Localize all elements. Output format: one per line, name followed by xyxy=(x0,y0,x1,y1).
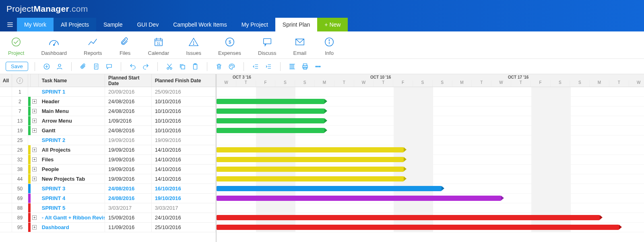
save-button[interactable]: Save xyxy=(6,62,28,71)
row-start[interactable]: 11/09/2016 xyxy=(105,223,152,232)
gantt-bar[interactable] xyxy=(217,225,619,230)
row-start[interactable]: 24/08/2016 xyxy=(105,126,152,135)
gantt-row[interactable] xyxy=(217,106,644,116)
row-finish[interactable]: 25/10/2016 xyxy=(152,223,216,232)
gantt-bar[interactable] xyxy=(217,147,404,152)
gantt-bar[interactable] xyxy=(217,128,324,133)
row-select[interactable] xyxy=(0,174,12,184)
row-start[interactable]: 19/09/2016 xyxy=(105,145,152,154)
task-row[interactable]: 19+Gantt24/08/201610/10/2016 xyxy=(0,126,216,136)
gantt-row[interactable] xyxy=(217,165,644,174)
gantt-row[interactable] xyxy=(217,136,644,145)
row-finish[interactable]: 24/10/2016 xyxy=(152,213,216,222)
row-select[interactable] xyxy=(0,87,12,96)
row-expand[interactable]: + xyxy=(31,116,39,125)
task-row[interactable]: 95+Dashboard11/09/201625/10/2016 xyxy=(0,223,216,232)
gantt-row[interactable] xyxy=(217,223,644,232)
gantt-row[interactable] xyxy=(217,116,644,126)
row-finish[interactable]: 10/10/2016 xyxy=(152,126,216,135)
row-name[interactable]: Dashboard xyxy=(39,223,105,232)
row-finish[interactable]: 14/10/2016 xyxy=(152,145,216,154)
row-finish[interactable]: 10/10/2016 xyxy=(152,97,216,106)
row-start[interactable]: 19/09/2016 xyxy=(105,165,152,174)
row-name[interactable]: SPRINT 5 xyxy=(39,203,105,213)
ribbon-project[interactable]: Project xyxy=(8,37,24,56)
trash-icon[interactable] xyxy=(214,61,224,72)
row-expand[interactable]: + xyxy=(31,145,39,154)
gantt-bar[interactable] xyxy=(217,118,324,123)
ribbon-discuss[interactable]: Discuss xyxy=(258,37,277,56)
row-name[interactable]: All Projects xyxy=(39,145,105,154)
copy-icon[interactable] xyxy=(177,61,188,72)
cut-icon[interactable] xyxy=(164,61,175,72)
row-select[interactable] xyxy=(0,136,12,145)
gantt-row[interactable] xyxy=(217,126,644,136)
row-start[interactable]: 24/08/2016 xyxy=(105,106,152,116)
indent-icon[interactable] xyxy=(263,61,274,72)
row-select[interactable] xyxy=(0,203,12,213)
gantt-bar[interactable] xyxy=(217,196,501,201)
row-finish[interactable]: 14/10/2016 xyxy=(152,165,216,174)
outdent-icon[interactable] xyxy=(250,61,261,72)
row-expand[interactable]: + xyxy=(31,97,39,106)
tab-sample[interactable]: Sample xyxy=(96,18,130,31)
gantt-row[interactable] xyxy=(217,174,644,184)
row-finish[interactable]: 14/10/2016 xyxy=(152,174,216,184)
row-start[interactable]: 24/08/2016 xyxy=(105,194,152,203)
row-name[interactable]: - Alt Gantt + Ribbon Revisio xyxy=(39,213,105,222)
row-start[interactable]: 3/03/2017 xyxy=(105,203,152,213)
paste-icon[interactable] xyxy=(190,61,200,72)
row-name[interactable]: SPRINT 3 xyxy=(39,184,105,193)
col-taskname[interactable]: Task Name xyxy=(39,74,105,87)
ribbon-issues[interactable]: Issues xyxy=(186,37,201,56)
note-icon[interactable] xyxy=(91,61,101,72)
row-start[interactable]: 15/09/2016 xyxy=(105,213,152,222)
row-expand[interactable]: + xyxy=(31,223,39,232)
gantt-row[interactable] xyxy=(217,155,644,165)
row-select[interactable] xyxy=(0,106,12,116)
task-row[interactable]: 1SPRINT 120/09/201625/09/2016 xyxy=(0,87,216,97)
gantt-row[interactable] xyxy=(217,213,644,223)
person-icon[interactable] xyxy=(54,61,65,72)
row-expand[interactable]: + xyxy=(31,174,39,184)
row-finish[interactable]: 14/10/2016 xyxy=(152,155,216,164)
task-row[interactable]: 13+Arrow Menu1/09/201610/10/2016 xyxy=(0,116,216,126)
row-name[interactable]: SPRINT 2 xyxy=(39,136,105,145)
row-finish[interactable]: 25/09/2016 xyxy=(152,87,216,96)
gantt-bar[interactable] xyxy=(217,186,442,191)
row-start[interactable]: 19/09/2016 xyxy=(105,174,152,184)
row-name[interactable]: Arrow Menu xyxy=(39,116,105,125)
gantt-row[interactable] xyxy=(217,87,644,97)
row-select[interactable] xyxy=(0,145,12,154)
tab-all-projects[interactable]: All Projects xyxy=(54,18,96,31)
row-start[interactable]: 20/09/2016 xyxy=(105,87,152,96)
task-row[interactable]: 44+New Projects Tab19/09/201614/10/2016 xyxy=(0,174,216,184)
gantt-bar[interactable] xyxy=(217,167,404,172)
row-name[interactable]: Gantt xyxy=(39,126,105,135)
row-select[interactable] xyxy=(0,213,12,222)
gantt-row[interactable] xyxy=(217,97,644,106)
columns-icon[interactable] xyxy=(287,61,297,72)
attach-icon[interactable] xyxy=(78,61,89,72)
gantt-bar[interactable] xyxy=(217,108,324,114)
row-expand[interactable]: + xyxy=(31,155,39,164)
row-name[interactable]: Main Menu xyxy=(39,106,105,116)
row-finish[interactable]: 10/10/2016 xyxy=(152,106,216,116)
row-finish[interactable]: 16/10/2016 xyxy=(152,184,216,193)
row-select[interactable] xyxy=(0,97,12,106)
row-expand[interactable]: + xyxy=(31,126,39,135)
ribbon-files[interactable]: Files xyxy=(119,37,131,56)
row-select[interactable] xyxy=(0,155,12,164)
tab-gui-dev[interactable]: GUI Dev xyxy=(130,18,166,31)
col-info[interactable]: i xyxy=(12,74,28,87)
task-row[interactable]: 50SPRINT 324/08/201616/10/2016 xyxy=(0,184,216,194)
redo-icon[interactable] xyxy=(140,61,151,72)
row-expand[interactable]: + xyxy=(31,165,39,174)
row-start[interactable]: 1/09/2016 xyxy=(105,116,152,125)
tab-sprint-plan[interactable]: Sprint Plan xyxy=(275,18,317,31)
row-expand[interactable]: + xyxy=(31,106,39,116)
ribbon-expenses[interactable]: $ Expenses xyxy=(218,37,241,56)
row-start[interactable]: 19/09/2016 xyxy=(105,155,152,164)
gantt-bar[interactable] xyxy=(217,157,404,162)
ribbon-calendar[interactable]: 31 Calendar xyxy=(148,37,169,56)
